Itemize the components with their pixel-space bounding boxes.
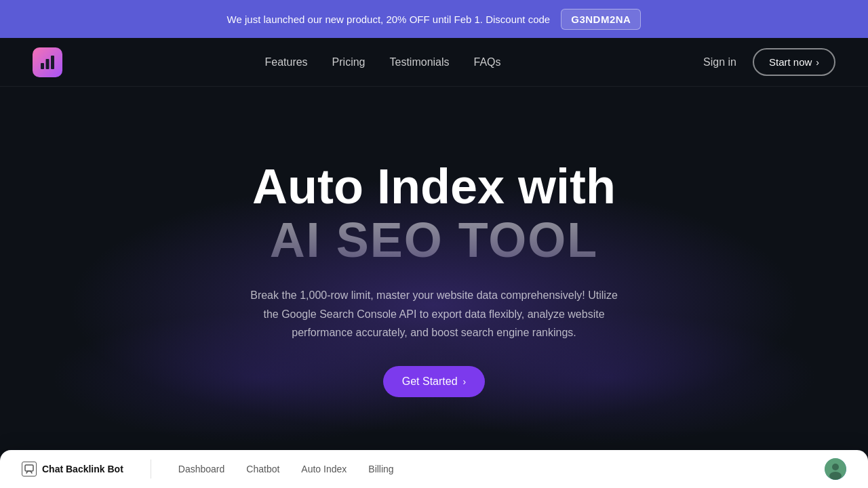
app-bar-tab-billing[interactable]: Billing <box>368 464 393 474</box>
navbar: Features Pricing Testimonials FAQs Sign … <box>0 38 868 87</box>
nav-item-faqs[interactable]: FAQs <box>474 56 501 68</box>
app-bar: Chat Backlink Bot Dashboard Chatbot Auto… <box>0 450 868 488</box>
chevron-right-icon: › <box>816 57 819 68</box>
logo-icon <box>33 47 62 77</box>
app-bar-tab-autoindex[interactable]: Auto Index <box>301 464 347 474</box>
discount-code[interactable]: G3NDM2NA <box>561 9 641 30</box>
nav-links: Features Pricing Testimonials FAQs <box>264 56 500 68</box>
nav-item-features[interactable]: Features <box>264 56 307 68</box>
app-bar-brand: Chat Backlink Bot <box>22 462 123 476</box>
banner-text: We just launched our new product, 20% OF… <box>227 14 551 25</box>
get-started-chevron-icon: › <box>463 376 467 387</box>
nav-link-features[interactable]: Features <box>264 56 307 68</box>
nav-item-pricing[interactable]: Pricing <box>332 56 366 68</box>
svg-point-6 <box>829 472 842 480</box>
svg-point-5 <box>832 464 839 470</box>
sign-in-button[interactable]: Sign in <box>703 56 736 68</box>
app-bar-tab-chatbot[interactable]: Chatbot <box>246 464 279 474</box>
app-bar-tab-dashboard[interactable]: Dashboard <box>178 464 225 474</box>
nav-link-testimonials[interactable]: Testimonials <box>390 56 450 68</box>
hero-title-line1: Auto Index with <box>252 160 616 214</box>
hero-title-line2: AI SEO TOOL <box>270 214 599 267</box>
svg-rect-2 <box>51 56 54 69</box>
nav-link-pricing[interactable]: Pricing <box>332 56 366 68</box>
announcement-banner: We just launched our new product, 20% OF… <box>0 0 868 38</box>
nav-item-testimonials[interactable]: Testimonials <box>390 56 450 68</box>
logo[interactable] <box>33 47 62 77</box>
app-bar-chat-icon <box>22 462 37 476</box>
get-started-button[interactable]: Get Started › <box>383 366 486 397</box>
hero-description: Break the 1,000-row limit, master your w… <box>244 286 624 342</box>
app-bar-brand-name: Chat Backlink Bot <box>42 464 123 474</box>
avatar[interactable] <box>825 458 846 480</box>
logo-svg <box>39 54 56 71</box>
app-bar-divider <box>151 460 151 479</box>
svg-rect-0 <box>41 63 44 69</box>
avatar-image <box>825 458 846 480</box>
svg-rect-3 <box>25 465 33 471</box>
nav-right: Sign in Start now › <box>703 48 835 76</box>
start-now-button[interactable]: Start now › <box>753 48 835 76</box>
hero-section: Auto Index with AI SEO TOOL Break the 1,… <box>0 87 868 450</box>
nav-link-faqs[interactable]: FAQs <box>474 56 501 68</box>
app-bar-tabs: Dashboard Chatbot Auto Index Billing <box>178 464 825 474</box>
svg-rect-1 <box>46 59 50 69</box>
